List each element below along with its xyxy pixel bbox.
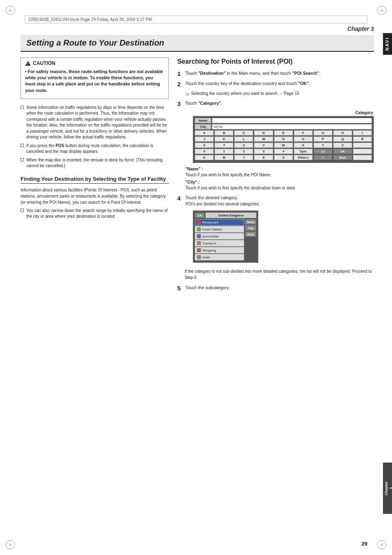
kb-key-M[interactable]: M [254, 136, 273, 142]
cat-item-petrol[interactable]: Petrol Station [195, 226, 244, 233]
left-section-note-1: You can also narrow down the search rang… [21, 208, 169, 220]
kb-key-next[interactable]: (>) [314, 149, 332, 154]
step-5-num: 5 [177, 285, 183, 292]
kb-key-O[interactable]: O [294, 136, 313, 142]
caution-note-2: If you press the POS button during route… [21, 143, 169, 155]
name-note: "Name" :Touch if you wish to first speci… [185, 166, 374, 178]
cat-name-btn[interactable]: Name [245, 219, 256, 225]
kb-key-Q[interactable]: Q [333, 136, 352, 142]
kb-key-9[interactable]: 9 [274, 155, 293, 160]
keyboard-screenshot: Category Name City 84742 A B [184, 111, 374, 163]
cat-icon-transport [197, 241, 201, 245]
page: CRB1903B_ENGLISH.book Page 29 Friday, Ap… [0, 0, 392, 555]
step-4-list-note: If the category is not sub-divided into … [184, 269, 374, 281]
kb-key-1[interactable]: 1 [214, 149, 233, 154]
kb-key-K[interactable]: K [214, 136, 233, 142]
kb-name-row: Name [195, 118, 372, 123]
kb-key-2[interactable]: 2 [234, 149, 253, 154]
kb-key-V[interactable]: V [254, 143, 273, 148]
kb-key-3[interactable]: 3 [254, 149, 273, 154]
kb-key-G[interactable]: G [314, 130, 332, 136]
kb-key-E[interactable]: E [274, 130, 293, 136]
kb-key-I[interactable]: I [353, 130, 372, 136]
kb-key-R[interactable]: R [353, 136, 372, 142]
kb-row-5: E B 7 8 9 Others <- Back [195, 155, 372, 160]
kb-key-8[interactable]: 8 [254, 155, 273, 160]
kb-key-B2[interactable]: B [214, 155, 233, 160]
right-column: Searching for Points of Interest (POI) 1… [177, 58, 374, 539]
cat-item-transport[interactable]: Transport [195, 240, 244, 246]
kb-key-S[interactable]: S [195, 143, 214, 148]
kb-key-L[interactable]: L [234, 136, 253, 142]
cat-items: Restaurant Petrol Station Automobile [195, 219, 244, 261]
step-4-text: Touch the desired category. POI's are di… [185, 195, 374, 207]
caution-triangle-icon [25, 61, 31, 66]
step-2-subnote: ⊃ Selecting the country where you want t… [185, 91, 374, 98]
cat-item-automobile[interactable]: Automobile [195, 233, 244, 240]
kb-key-D[interactable]: D [254, 130, 273, 136]
kb-key-H[interactable]: H [333, 130, 352, 136]
kb-name-input [212, 118, 372, 123]
cat-ok-btn[interactable]: OK [195, 212, 205, 218]
kb-key-blank [353, 143, 372, 148]
corner-mark-tl [6, 6, 15, 15]
kb-key-backspace[interactable]: <- [314, 155, 332, 160]
kb-row-3: S T U V W X Y Z [195, 143, 372, 148]
step-3-num: 3 [177, 100, 183, 107]
left-column: CAUTION • For safety reasons, these rout… [21, 58, 169, 539]
kb-key-blank3 [353, 155, 372, 160]
kb-key-P[interactable]: P [314, 136, 332, 142]
cat-label-transport: Transport [202, 242, 242, 245]
cat-label-hotel: Hotel [202, 256, 242, 259]
cat-label-petrol: Petrol Station [202, 228, 242, 231]
keyboard-container: Name City 84742 A B C D E F [193, 116, 374, 163]
kb-name-label: Name [195, 118, 211, 123]
caution-title: CAUTION [25, 60, 164, 66]
step-5: 5 Touch the subcategory. [177, 285, 374, 292]
step-3-text: Touch "Category". [185, 100, 374, 106]
step-1: 1 Touch "Destination" in the Main menu, … [177, 70, 374, 77]
kb-city-label: City [195, 124, 211, 129]
navi-tab: NAVI [383, 33, 392, 55]
kb-key-B[interactable]: B [214, 130, 233, 136]
kb-row-2: J K L M N O P Q R [195, 136, 372, 142]
kb-key-others[interactable]: Others [294, 155, 313, 160]
cat-icon-shopping [197, 248, 201, 252]
kb-key-0[interactable]: 0 [195, 149, 214, 154]
cat-item-restaurant[interactable]: Restaurant [195, 219, 244, 226]
cat-icon-restaurant [197, 220, 201, 224]
cat-back-btn[interactable]: Back [245, 231, 256, 237]
kb-row-1: A B C D E F G H I [195, 130, 372, 136]
kb-key-4[interactable]: 4 [274, 149, 293, 154]
cat-city-btn[interactable]: City [245, 225, 256, 231]
cat-location: United Kingdom [205, 212, 256, 218]
kb-key-A[interactable]: A [195, 130, 214, 136]
kb-key-F[interactable]: F [294, 130, 313, 136]
bullet-icon-4 [21, 209, 24, 212]
kb-key-7[interactable]: 7 [234, 155, 253, 160]
kb-key-sym[interactable]: Sym [294, 149, 313, 154]
step-1-text: Touch "Destination" in the Main menu, an… [185, 70, 374, 76]
kb-key-N[interactable]: N [274, 136, 293, 142]
category-label: Category [184, 111, 374, 115]
kb-key-U[interactable]: U [234, 143, 253, 148]
step-3: 3 Touch "Category". [177, 100, 374, 107]
cat-item-shopping[interactable]: Shopping [195, 247, 244, 253]
cat-list-with-buttons: Restaurant Petrol Station Automobile [195, 219, 256, 261]
caution-note-1: Some information on traffic regulations … [21, 105, 169, 140]
cat-label-restaurant: Restaurant [202, 221, 242, 224]
kb-key-J[interactable]: J [195, 136, 214, 142]
kb-row-4: 0 1 2 3 4 Sym (>) OK [195, 149, 372, 154]
step-2: 2 Touch the country key of the destinati… [177, 81, 374, 88]
kb-key-E2[interactable]: E [195, 155, 214, 160]
kb-key-C[interactable]: C [234, 130, 253, 136]
cat-item-hotel[interactable]: Hotel [195, 254, 244, 260]
kb-key-T[interactable]: T [214, 143, 233, 148]
kb-key-X[interactable]: X [294, 143, 313, 148]
kb-key-W[interactable]: W [274, 143, 293, 148]
kb-key-ok[interactable]: OK [333, 149, 352, 154]
kb-key-Y[interactable]: Y [314, 143, 332, 148]
step-2-text: Touch the country key of the destination… [185, 81, 374, 87]
kb-key-Z[interactable]: Z [333, 143, 352, 148]
kb-key-back[interactable]: Back [333, 155, 352, 160]
